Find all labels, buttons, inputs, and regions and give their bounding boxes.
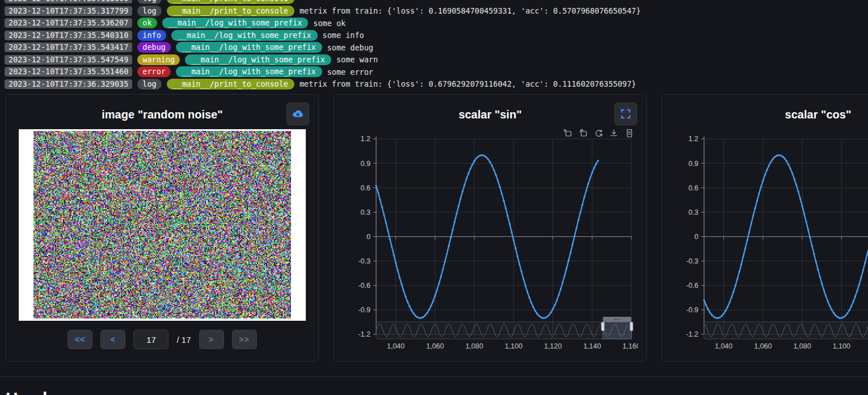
- log-source-badge: __main__/log_with_some_prefix: [162, 18, 309, 28]
- log-row: 2023-12-10T17:37:35.551460error__main__/…: [5, 66, 868, 78]
- svg-text:1,100: 1,100: [505, 342, 523, 350]
- svg-text:-1.2: -1.2: [686, 330, 698, 338]
- log-source-badge: __main__/print_to_console: [167, 79, 294, 90]
- cloud-download-icon: [292, 108, 304, 120]
- zoom-reset-icon[interactable]: [579, 129, 588, 138]
- svg-text:0: 0: [694, 233, 698, 241]
- log-row: 2023-12-10T17:37:35.113000log__main__/pr…: [5, 0, 868, 5]
- svg-text:0: 0: [366, 233, 370, 241]
- image-card: image "random noise" << < / 17 > >>: [6, 94, 319, 362]
- svg-text:0.9: 0.9: [689, 160, 698, 168]
- log-row: 2023-12-10T17:37:35.317799log__main__/pr…: [5, 5, 868, 18]
- svg-text:1,060: 1,060: [754, 342, 772, 350]
- fullscreen-icon: [621, 109, 631, 119]
- log-message: metrix from train: {'loss': 0.1690584700…: [300, 6, 641, 15]
- sin-line-chart[interactable]: 1.20.90.60.30-0.3-0.6-0.9-1.21,0401,0601…: [343, 128, 638, 360]
- log-message: some ok: [313, 19, 345, 28]
- log-source-badge: __main__/log_with_some_prefix: [185, 54, 331, 65]
- svg-text:-0.3: -0.3: [358, 257, 370, 265]
- svg-text:1,160: 1,160: [622, 342, 638, 350]
- zoom-select-icon[interactable]: [563, 129, 572, 138]
- figure-frame: [19, 129, 306, 321]
- log-source-badge: __main__/print_to_console: [167, 0, 294, 4]
- log-console: 2023-12-10T17:37:35.113000log__main__/pr…: [0, 0, 868, 90]
- prev-page-button[interactable]: <: [100, 330, 125, 349]
- cloud-download-button[interactable]: [286, 103, 309, 125]
- log-level-badge: log: [137, 79, 161, 90]
- page-number-input[interactable]: [133, 330, 168, 349]
- svg-text:0.6: 0.6: [689, 184, 698, 192]
- datazoom-handle[interactable]: [601, 322, 605, 331]
- scalar-cos-card: scalar "cos" 1.20.90.60.30-0.3-0.6-0.9-1…: [661, 94, 868, 362]
- log-level-badge: info: [137, 30, 166, 41]
- log-level-badge: ok: [137, 18, 157, 28]
- log-row: 2023-12-10T17:37:35.543417debug__main__/…: [5, 41, 868, 54]
- log-level-badge: log: [137, 0, 161, 4]
- log-source-badge: __main__/print_to_console: [167, 6, 294, 16]
- bottom-heading: Header: [6, 389, 868, 395]
- log-timestamp-badge: 2023-12-10T17:37:35.547549: [5, 55, 132, 65]
- svg-text:1.2: 1.2: [361, 135, 370, 143]
- image-card-title: image "random noise": [15, 103, 309, 126]
- log-row: 2023-12-10T17:37:35.547549warning__main_…: [5, 54, 868, 66]
- svg-text:0.9: 0.9: [361, 160, 370, 168]
- svg-text:-0.6: -0.6: [686, 282, 698, 290]
- first-page-button[interactable]: <<: [68, 330, 92, 349]
- log-timestamp-badge: 2023-12-10T17:37:35.536207: [5, 18, 132, 28]
- restore-icon[interactable]: [594, 129, 603, 138]
- svg-text:-0.6: -0.6: [358, 282, 370, 290]
- log-message: some info: [323, 31, 364, 40]
- svg-text:0.3: 0.3: [361, 209, 370, 216]
- fullscreen-button[interactable]: [614, 103, 637, 125]
- last-page-button[interactable]: >>: [232, 330, 257, 349]
- svg-text:-0.9: -0.9: [358, 306, 370, 314]
- datazoom-slider[interactable]: [376, 317, 633, 339]
- cos-chart-area[interactable]: 1.20.90.60.30-0.3-0.6-0.9-1.21,0401,0601…: [671, 128, 868, 360]
- sin-card-header: scalar "sin": [343, 103, 637, 126]
- save-image-icon[interactable]: [609, 129, 618, 138]
- log-source-badge: __main__/log_with_some_prefix: [176, 66, 322, 77]
- svg-text:1,100: 1,100: [833, 342, 850, 350]
- chart-toolbox: [563, 129, 634, 138]
- log-message: some debug: [327, 43, 373, 52]
- next-page-button[interactable]: >: [199, 330, 224, 349]
- page-total-label: / 17: [176, 335, 191, 345]
- datazoom-handle[interactable]: [630, 322, 633, 331]
- svg-text:0.6: 0.6: [361, 184, 370, 192]
- svg-text:0.3: 0.3: [689, 209, 698, 216]
- svg-text:-1.2: -1.2: [358, 330, 370, 338]
- log-level-badge: debug: [137, 42, 171, 53]
- svg-text:1.2: 1.2: [689, 135, 698, 143]
- log-timestamp-badge: 2023-12-10T17:37:36.329035: [5, 79, 132, 89]
- cards-row: image "random noise" << < / 17 > >>: [6, 94, 868, 362]
- svg-text:1,120: 1,120: [544, 342, 562, 350]
- log-timestamp-badge: 2023-12-10T17:37:35.317799: [5, 6, 132, 16]
- log-source-badge: __main__/log_with_some_prefix: [171, 30, 318, 41]
- log-timestamp-badge: 2023-12-10T17:37:35.543417: [5, 43, 132, 52]
- svg-text:1,080: 1,080: [793, 342, 811, 350]
- data-view-icon[interactable]: [625, 129, 634, 138]
- cos-card-title: scalar "cos": [671, 103, 868, 126]
- log-level-badge: error: [137, 66, 171, 77]
- svg-text:-0.9: -0.9: [686, 306, 698, 314]
- cos-line-chart[interactable]: 1.20.90.60.30-0.3-0.6-0.9-1.21,0401,0601…: [671, 128, 868, 360]
- sin-card-title: scalar "sin": [343, 103, 637, 126]
- svg-text:-0.3: -0.3: [686, 257, 698, 265]
- sin-chart-area[interactable]: 1.20.90.60.30-0.3-0.6-0.9-1.21,0401,0601…: [343, 128, 637, 360]
- log-row: 2023-12-10T17:37:35.536207ok__main__/log…: [5, 17, 868, 29]
- log-message: some warn: [336, 55, 378, 64]
- datazoom-slider[interactable]: [704, 317, 868, 339]
- log-timestamp-badge: 2023-12-10T17:37:35.113000: [5, 0, 132, 3]
- log-timestamp-badge: 2023-12-10T17:37:35.540310: [5, 31, 132, 40]
- image-card-header: image "random noise": [15, 103, 309, 126]
- section-divider: [0, 376, 868, 377]
- cos-card-header: scalar "cos": [671, 103, 868, 126]
- svg-text:1,080: 1,080: [465, 342, 483, 350]
- svg-text:1,040: 1,040: [715, 342, 732, 350]
- page: 2023-12-10T17:37:35.113000log__main__/pr…: [0, 0, 868, 395]
- log-row: 2023-12-10T17:37:36.329035log__main__/pr…: [5, 78, 868, 91]
- log-source-badge: __main__/log_with_some_prefix: [176, 42, 322, 53]
- random-noise-image: [33, 131, 291, 318]
- scalar-sin-card: scalar "sin" 1.20.90.60.30-0.3-0.6-0.9-1…: [334, 94, 647, 362]
- log-level-badge: warning: [137, 54, 180, 65]
